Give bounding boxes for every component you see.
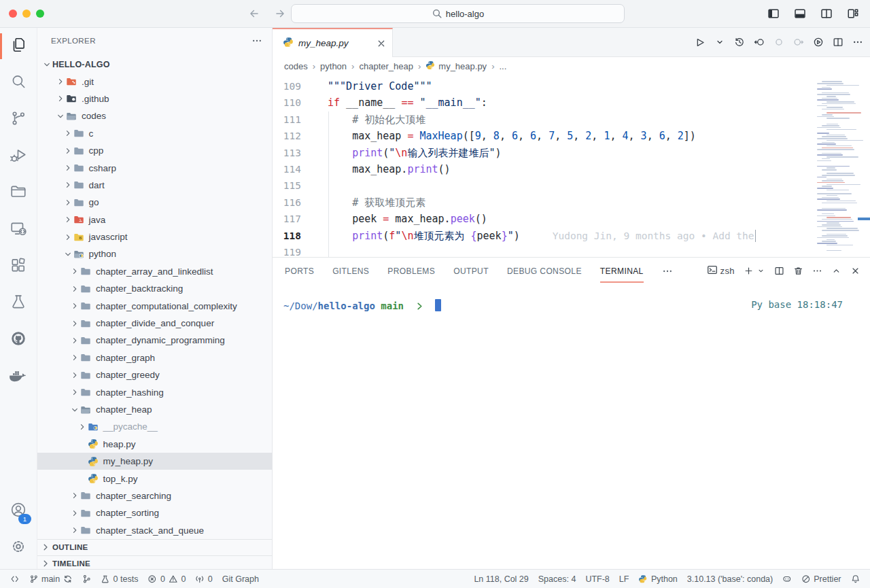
tree-item-my-heap-py[interactable]: my_heap.py [37, 453, 272, 470]
gitlens-back-icon[interactable] [754, 37, 765, 48]
tree-item-csharp[interactable]: csharp [37, 159, 272, 176]
outline-section[interactable]: OUTLINE [37, 539, 272, 555]
split-editor-right-icon[interactable] [833, 37, 843, 48]
activity-item-github[interactable] [0, 322, 37, 358]
status-git-graph-btn[interactable] [77, 570, 97, 588]
activity-item-testing[interactable] [0, 285, 37, 322]
tree-item-chapter-hashing[interactable]: chapter_hashing [37, 383, 272, 400]
panel-tab-debug-console[interactable]: DEBUG CONSOLE [507, 258, 582, 284]
minimap[interactable] [813, 75, 870, 257]
tree-item-hello-algo[interactable]: HELLO-ALGO [37, 56, 272, 73]
status-encoding[interactable]: UTF-8 [580, 570, 614, 588]
tree-item-codes[interactable]: codes [37, 107, 272, 124]
activity-item-account[interactable]: 1 [0, 493, 37, 530]
tree-item-dart[interactable]: dart [37, 177, 272, 194]
toggle-sidebar-icon[interactable] [766, 6, 781, 21]
command-center-search[interactable]: hello-algo [291, 4, 625, 23]
close-tab-icon[interactable] [376, 38, 387, 49]
activity-item-docker[interactable] [0, 358, 37, 395]
panel-tab-ports[interactable]: PORTS [285, 258, 314, 284]
activity-item-run-debug[interactable] [0, 138, 37, 175]
tree-item-chapter-backtracking[interactable]: chapter_backtracking [37, 280, 272, 297]
activity-item-folder-library[interactable] [0, 175, 37, 211]
split-terminal-icon[interactable] [774, 266, 784, 276]
close-panel-icon[interactable] [850, 266, 860, 276]
tree-item-chapter-sorting[interactable]: chapter_sorting [37, 504, 272, 521]
run-below-icon[interactable] [813, 37, 824, 48]
panel-more-actions-icon[interactable] [812, 266, 822, 276]
activity-item-remote-explorer[interactable] [0, 211, 37, 248]
breadcrumb-item[interactable]: chapter_heap [359, 61, 413, 71]
tree-item-cpp[interactable]: cpp [37, 142, 272, 159]
tree-item-chapter-heap[interactable]: chapter_heap [37, 401, 272, 418]
activity-item-search[interactable] [0, 65, 37, 101]
tree-item-chapter-computational-complexity[interactable]: chapter_computational_complexity [37, 297, 272, 314]
panel-more-tabs-icon[interactable] [662, 266, 673, 277]
tree-item--git[interactable]: .git [37, 73, 272, 90]
editor-more-actions-icon[interactable] [852, 37, 863, 48]
gitlens-forward-icon[interactable] [793, 37, 804, 48]
breadcrumb-item[interactable]: codes [284, 61, 308, 71]
run-button[interactable] [694, 37, 706, 48]
status-language[interactable]: Python [633, 570, 682, 588]
status-eol[interactable]: LF [614, 570, 634, 588]
breadcrumb-item[interactable]: my_heap.py [425, 60, 487, 72]
tree-item-c[interactable]: c [37, 125, 272, 142]
minimize-window-button[interactable] [22, 10, 31, 18]
tab-my-heap[interactable]: my_heap.py [273, 28, 393, 57]
tree-item-chapter-divide-and-conquer[interactable]: chapter_divide_and_conquer [37, 315, 272, 332]
status-cursor-position[interactable]: Ln 118, Col 29 [469, 570, 533, 588]
tree-item-chapter-searching[interactable]: chapter_searching [37, 487, 272, 504]
tree-item-heap-py[interactable]: heap.py [37, 436, 272, 453]
tree-item-chapter-greedy[interactable]: chapter_greedy [37, 366, 272, 383]
activity-item-settings[interactable] [0, 530, 37, 566]
status-indentation[interactable]: Spaces: 4 [534, 570, 581, 588]
status-ports[interactable]: 0 [190, 570, 217, 588]
close-window-button[interactable] [9, 10, 17, 18]
status-notifications[interactable] [846, 570, 865, 588]
panel-tab-output[interactable]: OUTPUT [453, 258, 489, 284]
maximize-panel-icon[interactable] [831, 266, 841, 276]
breadcrumb-item[interactable]: python [320, 61, 347, 71]
tree-item-javascript[interactable]: javascript [37, 228, 272, 245]
gitlens-annotate-icon[interactable] [773, 37, 784, 48]
navigate-forward-icon[interactable] [272, 5, 288, 22]
kill-terminal-icon[interactable] [793, 266, 803, 276]
activity-item-explorer[interactable] [0, 28, 37, 65]
tree-item-python[interactable]: python [37, 245, 272, 262]
status-tests[interactable]: 0 tests [96, 570, 143, 588]
gitlens-history-icon[interactable] [734, 37, 745, 48]
terminal-shell-selector[interactable]: zsh [707, 264, 735, 277]
tree-item--github[interactable]: .github [37, 90, 272, 107]
terminal[interactable]: ~/Dow/hello-algo main Py base 18:18:47 [273, 284, 870, 569]
status-git-graph[interactable]: Git Graph [218, 570, 264, 588]
status-copilot[interactable] [778, 570, 797, 588]
maximize-window-button[interactable] [36, 10, 44, 18]
tree-item-top-k-py[interactable]: top_k.py [37, 470, 272, 487]
panel-tab-terminal[interactable]: TERMINAL [600, 258, 644, 284]
panel-tab-problems[interactable]: PROBLEMS [387, 258, 435, 284]
customize-layout-icon[interactable] [846, 6, 860, 21]
toggle-panel-icon[interactable] [793, 6, 807, 21]
status-interpreter[interactable]: 3.10.13 ('base': conda) [682, 570, 778, 588]
code-editor[interactable]: 109110111112113114115116117118119 """Dri… [273, 75, 870, 257]
status-problems[interactable]: 00 [143, 570, 190, 588]
activity-item-source-control[interactable] [0, 101, 37, 138]
run-dropdown-icon[interactable] [714, 37, 725, 48]
breadcrumb-item[interactable]: ... [499, 61, 506, 71]
tree-item-chapter-array-and-linkedlist[interactable]: chapter_array_and_linkedlist [37, 263, 272, 280]
status-prettier[interactable]: Prettier [797, 570, 846, 588]
status-branch[interactable]: main [24, 570, 77, 588]
status-remote[interactable] [5, 570, 24, 588]
tree-item-chapter-graph[interactable]: chapter_graph [37, 349, 272, 366]
tree-item-chapter-dynamic-programming[interactable]: chapter_dynamic_programming [37, 332, 272, 349]
panel-tab-gitlens[interactable]: GITLENS [332, 258, 369, 284]
tree-item-java[interactable]: java [37, 211, 272, 228]
navigate-back-icon[interactable] [246, 5, 262, 22]
tree-item-chapter-stack-and-queue[interactable]: chapter_stack_and_queue [37, 522, 272, 539]
new-terminal-button[interactable] [744, 266, 765, 276]
explorer-more-actions-icon[interactable] [251, 35, 262, 46]
tree-item--pycache-[interactable]: __pycache__ [37, 418, 272, 435]
split-editor-icon[interactable] [819, 6, 834, 21]
tree-item-go[interactable]: go [37, 194, 272, 211]
